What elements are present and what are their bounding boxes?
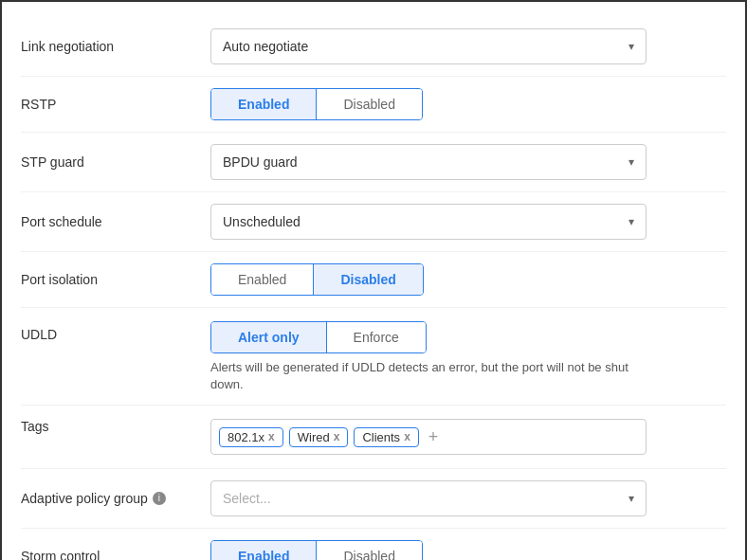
stp-guard-dropdown[interactable]: BPDU guard ▾ [210,144,647,180]
port-isolation-label: Port isolation [21,272,210,287]
link-negotiation-control: Auto negotiate ▾ [210,28,726,64]
port-isolation-disabled-button[interactable]: Disabled [314,264,422,295]
storm-control-control: Enabled Disabled [210,540,726,560]
udld-label: UDLD [21,321,210,342]
adaptive-policy-group-control: Select... ▾ [210,480,726,516]
tag-wired: Wired x [289,427,349,447]
udld-toggle-group: Alert only Enforce [210,321,427,353]
tags-control: 802.1x x Wired x Clients x + [210,419,726,455]
tag-clients: Clients x [354,427,418,447]
rstp-toggle-group: Enabled Disabled [210,88,423,120]
link-negotiation-row: Link negotiation Auto negotiate ▾ [21,17,726,77]
adaptive-policy-group-row: Adaptive policy group i Select... ▾ [21,469,726,529]
rstp-row: RSTP Enabled Disabled [21,77,726,133]
stp-guard-control: BPDU guard ▾ [210,144,726,180]
link-negotiation-label: Link negotiation [21,39,210,54]
settings-container: Link negotiation Auto negotiate ▾ RSTP E… [2,2,745,560]
rstp-label: RSTP [21,97,210,112]
tag-802-1x-remove[interactable]: x [268,430,275,443]
rstp-disabled-button[interactable]: Disabled [317,89,421,119]
port-schedule-label: Port schedule [21,214,210,229]
udld-enforce-button[interactable]: Enforce [327,322,426,352]
storm-control-disabled-button[interactable]: Disabled [317,541,421,560]
udld-alert-only-button[interactable]: Alert only [211,322,327,352]
tag-clients-remove[interactable]: x [404,430,410,443]
port-schedule-dropdown[interactable]: Unscheduled ▾ [210,204,647,240]
udld-control: Alert only Enforce Alerts will be genera… [210,321,726,393]
add-tag-button[interactable]: + [425,427,443,447]
tags-row: Tags 802.1x x Wired x Clients x + [21,406,726,469]
port-isolation-toggle-group: Enabled Disabled [210,263,424,296]
tag-wired-remove[interactable]: x [334,430,340,443]
port-isolation-enabled-button[interactable]: Enabled [211,264,314,295]
rstp-enabled-button[interactable]: Enabled [211,89,317,119]
udld-row: UDLD Alert only Enforce Alerts will be g… [21,308,726,406]
stp-guard-row: STP guard BPDU guard ▾ [21,133,726,192]
tag-clients-label: Clients [362,430,400,444]
udld-help-text: Alerts will be generated if UDLD detects… [210,359,647,393]
link-negotiation-dropdown[interactable]: Auto negotiate ▾ [210,28,647,64]
tag-802-1x-label: 802.1x [228,430,264,444]
tag-802-1x: 802.1x x [219,427,283,447]
storm-control-row: Storm control Enabled Disabled [21,529,726,560]
tag-wired-label: Wired [298,430,330,444]
storm-control-enabled-button[interactable]: Enabled [211,541,317,560]
chevron-down-icon: ▾ [629,155,634,169]
rstp-control: Enabled Disabled [210,88,726,120]
storm-control-label: Storm control [21,549,210,560]
chevron-down-icon: ▾ [629,215,634,228]
chevron-down-icon: ▾ [629,492,634,505]
stp-guard-label: STP guard [21,154,210,170]
info-icon[interactable]: i [153,492,166,505]
adaptive-policy-group-select[interactable]: Select... ▾ [210,480,647,516]
tags-label: Tags [21,419,210,434]
tags-container[interactable]: 802.1x x Wired x Clients x + [210,419,647,455]
adaptive-policy-group-label: Adaptive policy group i [21,491,210,506]
port-isolation-row: Port isolation Enabled Disabled [21,252,726,308]
port-schedule-row: Port schedule Unscheduled ▾ [21,192,726,252]
port-isolation-control: Enabled Disabled [210,263,726,296]
chevron-down-icon: ▾ [629,40,634,53]
port-schedule-control: Unscheduled ▾ [210,204,726,240]
storm-control-toggle-group: Enabled Disabled [210,540,423,560]
